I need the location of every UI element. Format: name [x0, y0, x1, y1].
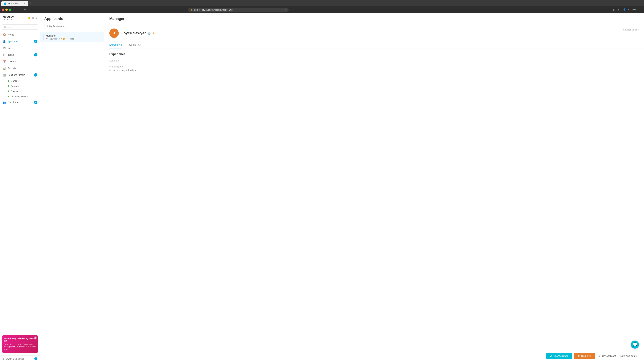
summary-label: Summary	[109, 59, 639, 62]
candidate-row: J Joyce Sawyer 📡 ★ Sourced 7h ago	[104, 25, 644, 41]
position-list: Manager 📍 New York, NY 📶 Remote 4	[40, 31, 104, 362]
sidebar-item-applicants[interactable]: 👤 Applicants 4	[0, 38, 40, 45]
prev-arrow-icon: ∧	[598, 355, 600, 357]
sidebar-item-tasks[interactable]: ☑ Tasks +	[0, 51, 40, 58]
chat-bubble-button[interactable]: 💬	[631, 341, 639, 349]
window-minimize-button[interactable]	[5, 8, 8, 11]
work-history-empty-text: No work history added yet.	[109, 69, 639, 72]
sidebar-positions-label: Positions / Pools	[8, 73, 25, 76]
sidebar-candidates-label: Candidates	[8, 101, 20, 104]
sidebar-header: Moodjoy Lauren Dell 🔔 ⚙ ◀	[0, 13, 40, 23]
disqualify-label: Disqualify	[581, 355, 591, 357]
sidebar-header-icons: 🔔 ⚙ ◀	[27, 16, 38, 19]
collapse-sidebar-icon[interactable]: ◀	[36, 16, 38, 19]
calendar-icon: 📅	[3, 60, 6, 63]
home-icon: 🏠	[3, 33, 6, 36]
tab-favicon	[4, 2, 6, 5]
positions-sub-nav: Manager Designer Finance Customer Servic…	[0, 78, 40, 99]
tab-title: Breezy HR	[8, 2, 18, 5]
sidebar-calendar-label: Calendar	[8, 60, 17, 63]
filter-icon: ⊞	[46, 25, 48, 27]
position-item-manager[interactable]: Manager 📍 New York, NY 📶 Remote 4	[40, 32, 104, 42]
bookmark-icon: ☆	[284, 8, 286, 11]
position-city: New York, NY	[50, 38, 62, 40]
sidebar-item-inbox[interactable]: ✉ Inbox	[0, 45, 40, 51]
chat-icon: 💬	[633, 343, 637, 347]
sidebar-item-home[interactable]: 🏠 Home	[0, 31, 40, 38]
promo-text: Easier, Cleaner, Better Performance Mana…	[4, 343, 36, 351]
menu-button[interactable]: ⋮	[638, 8, 642, 12]
wifi-icon: 📶	[63, 38, 66, 40]
tab-close-button[interactable]: ✕	[24, 2, 26, 5]
change-stage-icon: ⇄	[550, 355, 552, 357]
forward-button[interactable]: →	[19, 7, 23, 12]
next-applicant-label: Next Applicant	[620, 355, 636, 357]
detail-header: Manager	[104, 13, 644, 25]
sidebar-reports-label: Reports	[8, 67, 16, 69]
sidebar-item-reports[interactable]: 📊 Reports	[0, 65, 40, 71]
search-input[interactable]	[2, 24, 38, 30]
disqualify-button[interactable]: ✖ Disqualify	[574, 353, 595, 359]
main-content: Applicants ⊞ My Positions ▾ Manager 📍	[40, 13, 644, 362]
address-bar[interactable]: 🔒 app.breezy.hr/app/c/moodjoy/applicants…	[188, 8, 289, 12]
work-history-label: Work History	[109, 65, 639, 68]
promo-close-button[interactable]: ✕	[34, 336, 37, 339]
manager-dot	[8, 80, 10, 82]
my-positions-filter[interactable]: ⊞ My Positions ▾	[44, 24, 66, 29]
detail-body: Experience Summary Work History No work …	[104, 48, 644, 350]
filter-bar: ⊞ My Positions ▾	[44, 24, 100, 29]
sidebar-sub-manager[interactable]: Manager	[5, 78, 40, 83]
position-indicator	[43, 34, 44, 40]
active-tab[interactable]: Breezy HR ✕	[1, 1, 28, 6]
sidebar-item-positions-pools[interactable]: 🏢 Positions / Pools +	[0, 71, 40, 78]
prev-applicant-button[interactable]: ∧ Prev Applicant	[597, 353, 617, 359]
browser-toolbar: ← → ↻ 🔒 app.breezy.hr/app/c/moodjoy/appl…	[0, 6, 644, 13]
browser-actions: ⊞ ⬇ 👤 Incognito ⋮	[612, 8, 642, 12]
candidate-name-section: Joyce Sawyer 📡 ★	[122, 31, 155, 35]
applicants-badge: 4	[34, 40, 38, 43]
back-button[interactable]: ←	[14, 7, 18, 12]
candidate-name: Joyce Sawyer	[122, 31, 146, 35]
customer-service-dot	[8, 96, 10, 97]
applicants-panel: Applicants ⊞ My Positions ▾ Manager 📍	[40, 13, 104, 362]
sidebar-sub-customer-service[interactable]: Customer Service	[5, 94, 40, 99]
position-meta: 📍 New York, NY 📶 Remote	[46, 38, 100, 40]
downloads-button[interactable]: ⬇	[617, 8, 621, 12]
next-applicant-button[interactable]: Next Applicant ▾	[619, 353, 639, 359]
switch-companies-button[interactable]: ⊞ Switch Companies +	[0, 356, 40, 362]
tab-bar: Breezy HR ✕ +	[0, 0, 644, 6]
candidate-info: J Joyce Sawyer 📡 ★	[109, 28, 155, 38]
settings-icon[interactable]: ⚙	[32, 16, 34, 19]
star-icon[interactable]: ★	[152, 32, 155, 35]
tasks-icon: ☑	[3, 53, 6, 56]
window-close-button[interactable]	[2, 8, 4, 11]
notifications-icon[interactable]: 🔔	[27, 16, 30, 19]
extensions-button[interactable]: ⊞	[612, 8, 616, 12]
window-maximize-button[interactable]	[9, 8, 11, 11]
applicants-panel-title: Applicants	[44, 16, 100, 21]
rss-icon[interactable]: 📡	[148, 32, 151, 35]
detail-panel: Manager J Joyce Sawyer 📡 ★	[104, 13, 644, 362]
switch-companies-badge: +	[34, 357, 38, 360]
positions-icon: 🏢	[3, 73, 6, 77]
reports-icon: 📊	[3, 66, 6, 70]
tab-resume-cv[interactable]: Resume / CV	[126, 41, 142, 48]
new-tab-button[interactable]: +	[28, 0, 33, 6]
sidebar-item-candidates[interactable]: 👥 Candidates +	[0, 99, 40, 106]
sidebar-sub-finance[interactable]: Finance	[5, 89, 40, 94]
sidebar-sub-designer[interactable]: Designer	[5, 83, 40, 89]
switch-companies-label: Switch Companies	[6, 358, 24, 360]
action-bar: ⇄ Change Stage ✖ Disqualify ∧ Prev Appli…	[104, 350, 644, 362]
inbox-icon: ✉	[3, 46, 6, 50]
tab-experience[interactable]: Experience	[109, 41, 122, 48]
prev-applicant-label: Prev Applicant	[601, 355, 616, 357]
sidebar-item-calendar[interactable]: 📅 Calendar	[0, 58, 40, 65]
sidebar-search[interactable]	[0, 23, 40, 31]
designer-dot	[8, 85, 10, 87]
refresh-button[interactable]: ↻	[24, 8, 26, 11]
window-controls	[2, 8, 11, 11]
profile-button[interactable]: 👤	[622, 8, 627, 12]
filter-chevron-icon: ▾	[63, 25, 64, 27]
applicants-header: Applicants ⊞ My Positions ▾	[40, 13, 104, 31]
change-stage-button[interactable]: ⇄ Change Stage	[546, 353, 572, 359]
